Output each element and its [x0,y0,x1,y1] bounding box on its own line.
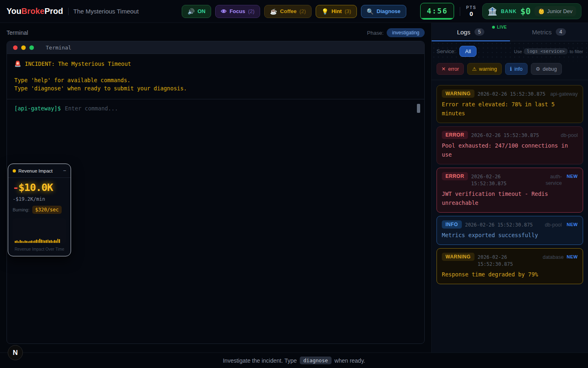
impact-bar [15,241,16,243]
impact-bar [52,241,53,243]
service-filter-all-button[interactable]: All [459,46,477,57]
log-entry-header: ERROR2026-02-26 15:52:30.875auth-service… [442,172,578,187]
terminal-line: 🚨INCIDENT: The Mysterious Timeout [14,60,417,68]
points-display: PTS 0 [466,5,476,17]
revenue-impact-widget[interactable]: Revenue Impact − -$10.0K -$19.2K/min Bur… [8,164,71,256]
impact-bar [42,240,44,243]
logs-count-badge: 5 [474,28,485,36]
log-message: Response time degraded by 79% [442,270,578,279]
error-icon: ✕ [441,66,445,72]
minimize-widget-button[interactable]: − [63,168,66,174]
service-label: Service: [437,48,456,54]
close-dot-icon[interactable] [13,45,18,50]
log-timestamp: 2026-02-26 15:52:30.875 [471,131,539,139]
tab-logs-label: Logs [457,29,470,36]
impact-bar [26,241,27,243]
logs-panel: Logs 5 Metrics 4 LIVE Service: All Use l… [431,23,588,352]
revenue-rate: -$19.2K/min [13,196,66,202]
log-message: Pool exhausted: 247/100 connections in u… [442,141,578,159]
baby-icon: 👶 [538,8,545,14]
filter-usage-hint: Use logs <service> to filter [514,48,583,54]
log-new-badge: NEW [567,172,578,179]
impact-bar [57,239,58,243]
log-entry[interactable]: WARNING2026-02-26 15:52:30.875api-gatewa… [437,85,583,123]
phase-indicator: Phase: investigating [367,28,425,37]
command-input[interactable] [64,105,414,112]
divider [68,8,69,15]
impact-bar [21,241,22,243]
log-service: api-gateway [550,90,578,97]
diagnose-label: Diagnose [376,8,401,14]
hint-button[interactable]: 💡 Hint (3) [316,5,357,18]
impact-bar [39,239,40,243]
log-message: Metrics exported successfully [442,231,578,240]
terminal-titlebar: Terminal [7,41,424,54]
impact-bar [51,240,52,243]
rank-label: Junior Dev [547,8,572,14]
burning-label: Burning: [13,207,29,212]
footer-instruction-prefix: Investigate the incident. Type [223,357,297,364]
coffee-button[interactable]: ☕ Coffee (2) [264,5,312,18]
speaker-icon: 🔊 [187,8,194,15]
diagnose-button[interactable]: 🔍 Diagnose [361,5,406,18]
nextjs-n-icon: N [13,349,18,357]
log-entry-header: INFO2026-02-26 15:52:30.875db-poolNEW [442,220,578,229]
impact-bar [38,240,39,243]
metrics-count-badge: 4 [556,28,566,36]
minimize-dot-icon[interactable] [21,45,26,50]
tab-metrics[interactable]: Metrics 4 [510,23,588,41]
log-level-badge: WARNING [442,253,474,261]
log-message: Error rate elevated: 78% in last 5 minut… [442,100,578,118]
hint-command-code: logs <service> [524,48,568,54]
filter-chip-debug[interactable]: ⚙debug [531,63,562,75]
chip-label: debug [543,66,557,72]
live-label: LIVE [497,25,507,29]
focus-label: Focus [229,8,245,14]
chip-label: warning [479,66,497,72]
points-label: PTS [466,5,476,10]
impact-bar [31,240,32,243]
scrollbar-thumb[interactable] [417,104,420,113]
divider [460,7,460,16]
lightbulb-icon: 💡 [321,8,328,15]
bank-icon: 🏦 [488,7,497,16]
terminal-line [14,68,417,76]
log-level-badge: ERROR [442,172,468,180]
phase-label: Phase: [367,30,383,36]
chip-label: info [514,66,523,72]
debug-icon: ⚙ [536,66,540,72]
nextjs-dev-badge[interactable]: N [8,345,23,360]
sound-toggle-button[interactable]: 🔊 ON [182,5,211,18]
impact-bar [49,240,50,243]
level-filter-chips: ✕error⚠warningℹinfo⚙debug [432,61,588,80]
impact-bar [56,240,57,243]
terminal-window-title: Terminal [46,45,71,51]
revenue-sparkline-chart [13,218,66,244]
header-toolbar: 🔊 ON 👁 Focus (2) ☕ Coffee (2) 💡 Hint (3)… [182,5,406,18]
hint-prefix: Use [514,49,522,54]
burn-rate-badge: $320/sec [32,206,62,214]
filter-chip-info[interactable]: ℹinfo [505,63,528,75]
hint-label: Hint [332,8,342,14]
revenue-widget-header[interactable]: Revenue Impact − [8,164,71,178]
log-entry[interactable]: INFO2026-02-26 15:52:30.875db-poolNEWMet… [437,216,583,245]
info-icon: ℹ [510,66,512,72]
terminal-section: Terminal Phase: investigating Terminal 🚨… [0,23,431,352]
yellow-dot-icon [13,169,16,173]
log-entry[interactable]: ERROR2026-02-26 15:52:30.875auth-service… [437,168,583,213]
log-timestamp: 2026-02-26 15:52:30.875 [471,172,533,187]
bank-amount: $0 [520,7,530,16]
hint-suffix: to filter [570,49,583,54]
impact-bar [16,240,18,243]
impact-bar [59,239,60,243]
maximize-dot-icon[interactable] [29,45,34,50]
coffee-icon: ☕ [270,8,277,15]
impact-bar [41,240,42,243]
log-entry[interactable]: WARNING2026-02-26 15:52:30.875databaseNE… [437,248,583,284]
focus-button[interactable]: 👁 Focus (2) [215,5,260,18]
filter-chip-error[interactable]: ✕error [437,63,464,75]
chip-label: error [448,66,459,72]
log-entry[interactable]: ERROR2026-02-26 15:52:30.875db-poolPool … [437,126,583,164]
filter-chip-warning[interactable]: ⚠warning [467,63,502,75]
log-timestamp: 2026-02-26 15:52:30.875 [465,220,533,229]
